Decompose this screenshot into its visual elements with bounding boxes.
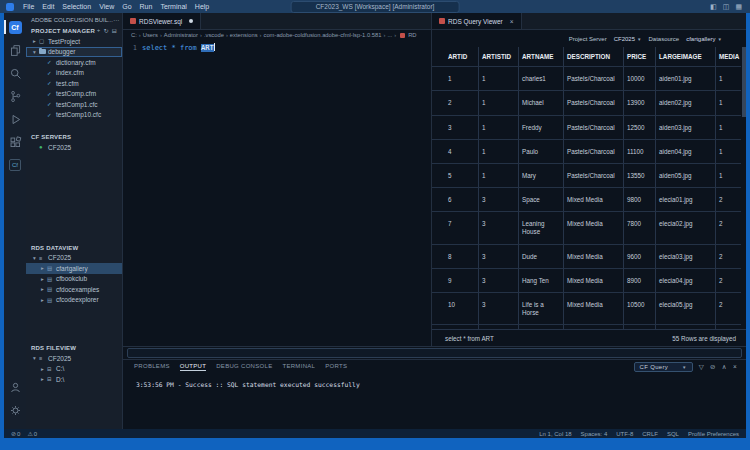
section-header-cf-servers[interactable]: CF SERVERS <box>26 132 122 142</box>
search-icon[interactable] <box>4 65 26 81</box>
table-row[interactable]: 51MaryPastels/Charcoal13550aiden05.jpg1 <box>432 164 741 188</box>
table-row[interactable]: 83DudeMixed Media9600elecia03.jpg2 <box>432 245 741 269</box>
column-header-price[interactable]: PRICE <box>624 47 656 66</box>
table-row[interactable]: 41PauloPastels/Charcoal11100aiden04.jpg1 <box>432 140 741 164</box>
status-spaces-4[interactable]: Spaces: 4 <box>581 431 608 437</box>
panel-tab-debug-console[interactable]: DEBUG CONSOLE <box>216 363 272 371</box>
tree-item-dictionary-cfm[interactable]: ✓dictionary.cfm <box>26 57 122 68</box>
tree-item-cfdocexamples[interactable]: ▸▤cfdocexamples <box>26 284 122 295</box>
status-warnings[interactable]: ⚠0 <box>27 430 37 437</box>
settings-gear-icon[interactable] <box>4 402 26 418</box>
table-row[interactable]: 31FreddyPastels/Charcoal12500aiden03.jpg… <box>432 116 741 140</box>
breadcrumb-item[interactable]: extensions <box>230 32 258 38</box>
panel-tab-ports[interactable]: PORTS <box>325 363 347 371</box>
status-profile-preferences[interactable]: Profile Preferences <box>688 431 739 437</box>
panel-tab-output[interactable]: OUTPUT <box>180 363 206 371</box>
table-row[interactable]: 103Life is a HorseMixed Media10500elecia… <box>432 293 741 325</box>
filter-icon[interactable]: ▽ <box>699 364 704 371</box>
clear-output-icon[interactable]: ⊘ <box>710 364 716 371</box>
table-row[interactable]: 63SpaceMixed Media9800elecia01.jpg2 <box>432 188 741 212</box>
table-row[interactable]: 93Hang TenMixed Media8900elecia04.jpg2 <box>432 269 741 293</box>
breadcrumb-item[interactable]: .vscode <box>204 32 224 38</box>
layout-sidebar-icon[interactable]: ◧ <box>710 3 717 11</box>
query-input[interactable] <box>127 348 742 358</box>
tree-item-c-[interactable]: ▸⊟C:\ <box>26 364 122 375</box>
tree-item-cfcodeexplorer[interactable]: ▸▤cfcodeexplorer <box>26 295 122 306</box>
tree-item-testcomp10-cfc[interactable]: ✓testComp10.cfc <box>26 110 122 121</box>
code-editor[interactable]: 1select * from ART <box>123 40 431 52</box>
server-dropdown[interactable]: CF2025 ▼ <box>614 36 642 42</box>
collapse-all-icon[interactable]: ⊟ <box>112 27 117 34</box>
table-row[interactable]: 21MichaelPastels/Charcoal13900aiden02.jp… <box>432 91 741 115</box>
modified-dot-icon[interactable] <box>189 19 193 23</box>
account-icon[interactable] <box>4 379 26 395</box>
breadcrumb-item[interactable]: Users <box>143 32 158 38</box>
tree-item-cfbookclub[interactable]: ▸▤cfbookclub <box>26 274 122 285</box>
tree-item-cf2025[interactable]: ▾≡CF2025 <box>26 353 122 364</box>
tree-item-cf2025[interactable]: ▾≡CF2025 <box>26 253 122 264</box>
layout-panel-icon[interactable]: ◫ <box>723 3 730 11</box>
cf-tools-icon[interactable]: Cf <box>4 157 26 173</box>
status-crlf[interactable]: CRLF <box>642 431 658 437</box>
menu-view[interactable]: View <box>95 3 118 10</box>
table-row[interactable]: 11charles1Pastels/Charcoal10000aiden01.j… <box>432 67 741 91</box>
tab-rds-query-viewer[interactable]: RDS Query Viewer × <box>432 13 522 29</box>
breadcrumb-item[interactable]: ... <box>387 32 392 38</box>
panel-tab-problems[interactable]: PROBLEMS <box>134 363 170 371</box>
refresh-icon[interactable]: ↻ <box>104 27 109 34</box>
menu-run[interactable]: Run <box>136 3 157 10</box>
breadcrumb-item[interactable]: com-adobe-coldfusion.adobe-cfml-lsp-1.0.… <box>264 32 382 38</box>
explorer-icon[interactable] <box>4 42 26 58</box>
tree-item-testcomp-cfm[interactable]: ✓testComp.cfm <box>26 89 122 100</box>
section-header-rds-dataview[interactable]: RDS DATAVIEW <box>26 243 122 253</box>
table-row[interactable]: 73Leaning HouseMixed Media7800elecia02.j… <box>432 212 741 244</box>
tree-item-d-[interactable]: ▸⊟D:\ <box>26 374 122 385</box>
tree-item-index-cfm[interactable]: ✓index.cfm <box>26 68 122 79</box>
column-header-largeimage[interactable]: LARGEIMAGE <box>656 47 716 66</box>
column-header-artistid[interactable]: ARTISTID <box>479 47 519 66</box>
app-icon[interactable] <box>6 3 14 11</box>
extensions-icon[interactable] <box>4 134 26 150</box>
sidebar-more-actions-icon[interactable]: ⋯ <box>113 16 119 23</box>
tree-item-test-cfm[interactable]: ✓test.cfm <box>26 78 122 89</box>
breadcrumb-item[interactable]: Administrator <box>164 32 198 38</box>
menu-terminal[interactable]: Terminal <box>156 3 190 10</box>
datasource-dropdown[interactable]: cfartgallery ▼ <box>686 36 722 42</box>
maximize-panel-icon[interactable]: ∧ <box>722 364 727 371</box>
breadcrumb-separator: › <box>394 32 396 38</box>
column-header-artid[interactable]: ARTID <box>445 47 479 66</box>
section-header-rds-fileview[interactable]: RDS FILEVIEW <box>26 343 122 353</box>
status-sql[interactable]: SQL <box>667 431 679 437</box>
panel-tab-terminal[interactable]: TERMINAL <box>282 363 315 371</box>
breadcrumb-item[interactable]: RD <box>408 32 416 38</box>
section-header-project-manager[interactable]: PROJECT MANAGER+↻⊟ <box>26 25 122 36</box>
status-ln-1-col-18[interactable]: Ln 1, Col 18 <box>539 431 571 437</box>
tab-rdsviewer-sql[interactable]: RDSViewer.sql <box>123 13 201 29</box>
status-errors[interactable]: ⊘0 <box>11 430 20 437</box>
column-header-media[interactable]: MEDIA <box>716 47 741 66</box>
menu-selection[interactable]: Selection <box>58 3 95 10</box>
menu-go[interactable]: Go <box>118 3 135 10</box>
tree-item-cf2025[interactable]: ●CF2025 <box>26 142 122 153</box>
tree-item-testcomp1-cfc[interactable]: ✓testComp1.cfc <box>26 99 122 110</box>
close-panel-icon[interactable]: × <box>733 364 737 371</box>
tree-item-testproject[interactable]: ▸▢TestProject <box>26 36 122 47</box>
column-header-artname[interactable]: ARTNAME <box>519 47 564 66</box>
breadcrumb-item[interactable]: C: <box>131 32 137 38</box>
tree-item-debugger[interactable]: ▾debugger <box>26 47 122 58</box>
source-control-icon[interactable] <box>4 88 26 104</box>
output-console[interactable]: 3:53:56 PM - Success :: SQL statement ex… <box>123 374 746 388</box>
coldfusion-view-icon[interactable]: Cf <box>4 19 26 35</box>
add-project-icon[interactable]: + <box>97 27 101 34</box>
menu-file[interactable]: File <box>19 3 38 10</box>
run-and-debug-icon[interactable] <box>4 111 26 127</box>
layout-grid-icon[interactable]: ▦ <box>735 3 742 11</box>
tree-item-cfartgallery[interactable]: ▸▤cfartgallery <box>26 263 122 274</box>
menu-help[interactable]: Help <box>191 3 213 10</box>
output-channel-dropdown[interactable]: CF Query ▼ <box>634 362 693 372</box>
close-tab-icon[interactable]: × <box>510 18 514 25</box>
menu-edit[interactable]: Edit <box>38 3 58 10</box>
table-scrollbar[interactable] <box>742 47 746 330</box>
column-header-description[interactable]: DESCRIPTION <box>564 47 624 66</box>
status-utf-8[interactable]: UTF-8 <box>616 431 633 437</box>
